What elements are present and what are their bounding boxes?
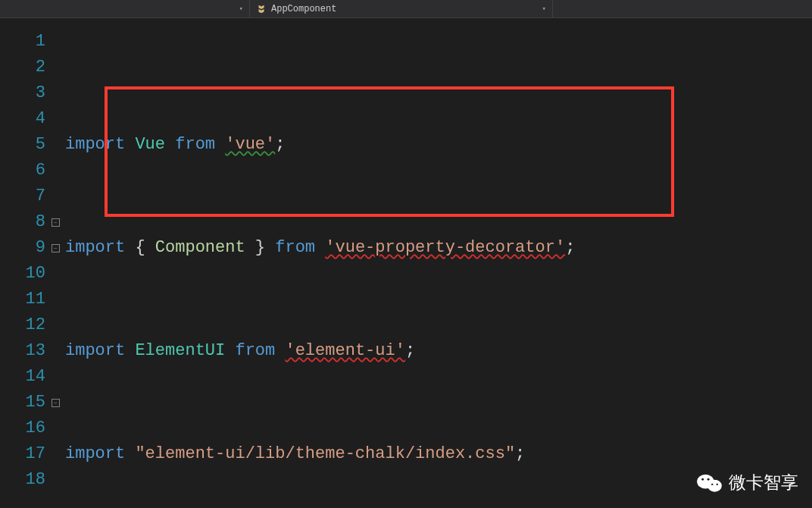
scope-dropdown[interactable]: ▾ xyxy=(0,0,250,17)
code-line: import Vue from 'vue'; xyxy=(62,132,812,158)
fold-toggle[interactable]: − xyxy=(52,244,60,252)
class-icon xyxy=(256,4,267,14)
fold-toggle[interactable]: − xyxy=(52,218,60,227)
svg-point-3 xyxy=(707,478,710,480)
chevron-down-icon: ▾ xyxy=(239,5,243,13)
fold-gutter: − − − xyxy=(52,18,62,508)
class-dropdown-label: AppComponent xyxy=(271,4,336,14)
breadcrumb-bar: ▾ AppComponent ▾ xyxy=(0,0,812,18)
line-number-gutter: 123 456 789 101112 131415 161718 xyxy=(0,18,52,508)
svg-point-1 xyxy=(707,479,722,491)
code-line: import "element-ui/lib/theme-chalk/index… xyxy=(62,441,812,467)
code-content[interactable]: import Vue from 'vue'; import { Componen… xyxy=(62,18,812,508)
watermark-text: 微卡智享 xyxy=(729,471,798,494)
svg-point-2 xyxy=(701,478,704,480)
fold-toggle[interactable]: − xyxy=(52,399,60,407)
editor: 123 456 789 101112 131415 161718 − − − i… xyxy=(0,18,812,508)
svg-point-5 xyxy=(717,483,718,484)
watermark: 微卡智享 xyxy=(697,471,798,494)
chevron-down-icon: ▾ xyxy=(542,5,546,13)
class-dropdown[interactable]: AppComponent ▾ xyxy=(250,0,553,17)
code-line: import { Component } from 'vue-property-… xyxy=(62,235,812,261)
wechat-icon xyxy=(697,472,723,494)
code-line: import ElementUI from 'element-ui'; xyxy=(62,338,812,364)
svg-point-4 xyxy=(711,483,713,484)
